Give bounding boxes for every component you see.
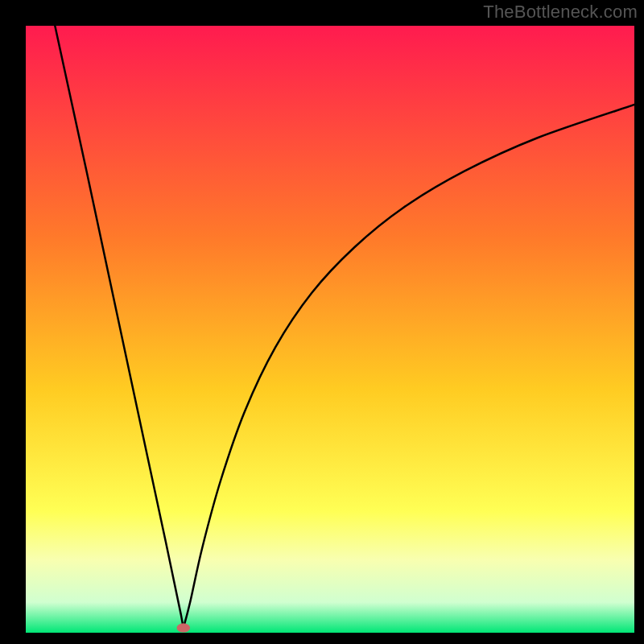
chart-plot <box>0 0 644 644</box>
minimum-marker <box>176 623 190 632</box>
chart-frame: TheBottleneck.com <box>0 0 644 644</box>
attribution-label: TheBottleneck.com <box>483 2 638 23</box>
gradient-background <box>26 26 634 633</box>
